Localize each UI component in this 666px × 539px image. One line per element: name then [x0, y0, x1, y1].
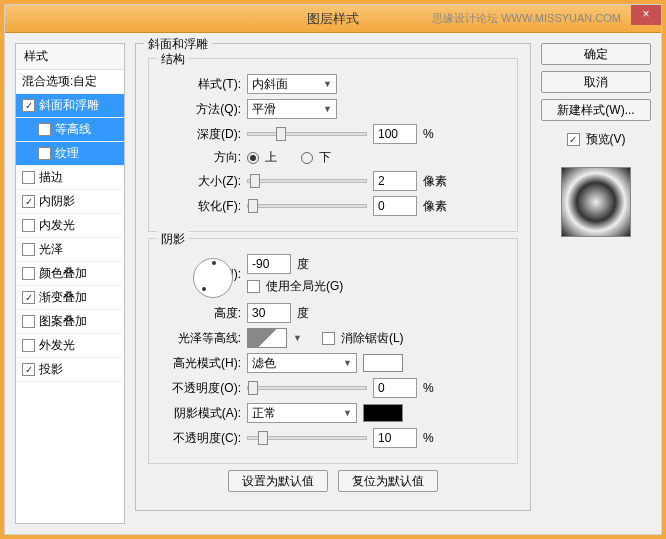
footer-buttons: 设置为默认值 复位为默认值	[148, 464, 518, 498]
sidebar-item-2[interactable]: 纹理	[16, 142, 124, 166]
style-checkbox[interactable]	[22, 291, 35, 304]
style-checkbox[interactable]	[22, 267, 35, 280]
style-checkbox[interactable]	[38, 147, 51, 160]
sidebar-item-11[interactable]: 投影	[16, 358, 124, 382]
main: 斜面和浮雕 结构 样式(T):内斜面▼ 方法(Q):平滑▼ 深度(D):100%…	[135, 43, 651, 524]
reset-default-button[interactable]: 复位为默认值	[338, 470, 438, 492]
watermark: 思缘设计论坛 WWW.MISSYUAN.COM	[432, 11, 621, 26]
antialias-checkbox[interactable]	[322, 332, 335, 345]
style-checkbox[interactable]	[38, 123, 51, 136]
ok-button[interactable]: 确定	[541, 43, 651, 65]
style-checkbox[interactable]	[22, 99, 35, 112]
gloss-contour[interactable]	[247, 328, 287, 348]
layer-style-dialog: 图层样式 思缘设计论坛 WWW.MISSYUAN.COM × 样式 混合选项:自…	[4, 4, 662, 535]
highlight-mode-select[interactable]: 滤色▼	[247, 353, 357, 373]
size-input[interactable]: 2	[373, 171, 417, 191]
technique-select[interactable]: 平滑▼	[247, 99, 337, 119]
style-checkbox[interactable]	[22, 195, 35, 208]
style-checkbox[interactable]	[22, 219, 35, 232]
chevron-down-icon: ▼	[343, 408, 352, 418]
soften-input[interactable]: 0	[373, 196, 417, 216]
shadow-color[interactable]	[363, 404, 403, 422]
styles-sidebar: 样式 混合选项:自定 斜面和浮雕等高线纹理描边内阴影内发光光泽颜色叠加渐变叠加图…	[15, 43, 125, 524]
style-checkbox[interactable]	[22, 315, 35, 328]
dir-up-radio[interactable]	[247, 152, 259, 164]
sidebar-item-5[interactable]: 内发光	[16, 214, 124, 238]
size-slider[interactable]	[247, 179, 367, 183]
style-checkbox[interactable]	[22, 171, 35, 184]
content: 样式 混合选项:自定 斜面和浮雕等高线纹理描边内阴影内发光光泽颜色叠加渐变叠加图…	[5, 33, 661, 534]
sidebar-header: 样式	[16, 44, 124, 70]
new-style-button[interactable]: 新建样式(W)...	[541, 99, 651, 121]
sidebar-item-4[interactable]: 内阴影	[16, 190, 124, 214]
global-light-checkbox[interactable]	[247, 280, 260, 293]
close-button[interactable]: ×	[631, 5, 661, 25]
make-default-button[interactable]: 设置为默认值	[228, 470, 328, 492]
sidebar-item-9[interactable]: 图案叠加	[16, 310, 124, 334]
window-title: 图层样式	[307, 10, 359, 28]
titlebar: 图层样式 思缘设计论坛 WWW.MISSYUAN.COM ×	[5, 5, 661, 33]
style-checkbox[interactable]	[22, 339, 35, 352]
sidebar-item-7[interactable]: 颜色叠加	[16, 262, 124, 286]
highlight-opacity-slider[interactable]	[247, 386, 367, 390]
chevron-down-icon: ▼	[323, 104, 332, 114]
preview-thumbnail	[561, 167, 631, 237]
sidebar-item-6[interactable]: 光泽	[16, 238, 124, 262]
shadow-opacity-input[interactable]: 10	[373, 428, 417, 448]
sidebar-item-10[interactable]: 外发光	[16, 334, 124, 358]
chevron-down-icon: ▼	[323, 79, 332, 89]
preview-checkbox[interactable]	[567, 133, 580, 146]
chevron-down-icon: ▼	[343, 358, 352, 368]
chevron-down-icon[interactable]: ▼	[293, 333, 302, 343]
cancel-button[interactable]: 取消	[541, 71, 651, 93]
blend-options[interactable]: 混合选项:自定	[16, 70, 124, 94]
bevel-fieldset: 斜面和浮雕 结构 样式(T):内斜面▼ 方法(Q):平滑▼ 深度(D):100%…	[135, 43, 531, 511]
soften-slider[interactable]	[247, 204, 367, 208]
dir-down-radio[interactable]	[301, 152, 313, 164]
depth-slider[interactable]	[247, 132, 367, 136]
altitude-input[interactable]: 30	[247, 303, 291, 323]
highlight-opacity-input[interactable]: 0	[373, 378, 417, 398]
sidebar-item-8[interactable]: 渐变叠加	[16, 286, 124, 310]
style-checkbox[interactable]	[22, 243, 35, 256]
style-select[interactable]: 内斜面▼	[247, 74, 337, 94]
shading-group: 阴影 角度(N): -90度 使用全局光(G) 高度:30度 光泽等高线:▼消除…	[148, 238, 518, 464]
depth-input[interactable]: 100	[373, 124, 417, 144]
right-panel: 确定 取消 新建样式(W)... 预览(V)	[541, 43, 651, 524]
settings-panel: 斜面和浮雕 结构 样式(T):内斜面▼ 方法(Q):平滑▼ 深度(D):100%…	[135, 43, 531, 524]
angle-input[interactable]: -90	[247, 254, 291, 274]
shadow-opacity-slider[interactable]	[247, 436, 367, 440]
sidebar-item-0[interactable]: 斜面和浮雕	[16, 94, 124, 118]
style-checkbox[interactable]	[22, 363, 35, 376]
sidebar-item-3[interactable]: 描边	[16, 166, 124, 190]
structure-group: 结构 样式(T):内斜面▼ 方法(Q):平滑▼ 深度(D):100% 方向:上下…	[148, 58, 518, 232]
shadow-mode-select[interactable]: 正常▼	[247, 403, 357, 423]
angle-wheel[interactable]	[193, 258, 233, 298]
highlight-color[interactable]	[363, 354, 403, 372]
sidebar-item-1[interactable]: 等高线	[16, 118, 124, 142]
